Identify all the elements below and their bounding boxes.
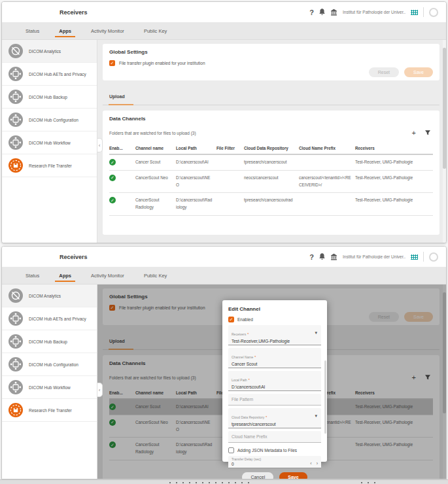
dicom-hub-icon <box>9 380 23 394</box>
scrollbar-thumb[interactable] <box>443 48 446 169</box>
header-actions: ? Institut für Pathologie der Univer... <box>309 7 438 18</box>
dicom-hub-icon <box>9 90 23 104</box>
sidebar-item-dicom-hub-configuration[interactable]: DICOM Hub Configuration <box>2 109 97 131</box>
cloud-name-prefix-field[interactable]: Cloud Name Prefix <box>228 431 321 443</box>
tab-apps[interactable]: Apps <box>59 267 71 284</box>
user-avatar[interactable] <box>429 8 438 17</box>
tab-status[interactable]: Status <box>26 22 39 39</box>
sidebar-item-dicom-hub-configuration[interactable]: DICOM Hub Configuration <box>2 353 97 376</box>
notifications-bell-icon[interactable] <box>319 7 325 18</box>
sidebar-item-research-file-transfer[interactable]: Research File Transfer <box>2 154 97 177</box>
help-icon[interactable]: ? <box>309 9 314 16</box>
dicom-hub-icon <box>9 311 23 326</box>
sidebar-item-dicom-hub-aets[interactable]: DICOM Hub AETs and Privacy <box>2 63 97 86</box>
tab-apps[interactable]: Apps <box>59 22 71 39</box>
cloud-data-repository-select[interactable]: Cloud Data Repository* tpresearch/cancer… <box>228 408 321 428</box>
dialog-title: Edit Channel <box>228 306 321 312</box>
app-header: Receivers ? Institut für Pathologie der … <box>2 247 446 267</box>
json-metadata-checkbox[interactable] <box>228 447 234 453</box>
dicom-hub-icon <box>9 67 23 81</box>
reset-button[interactable]: Reset <box>369 67 399 77</box>
table-row[interactable]: ✓ CancerScout Radiology D:\cancerscout\R… <box>109 193 433 215</box>
sidebar-item-dicom-hub-aets[interactable]: DICOM Hub AETs and Privacy <box>2 307 97 330</box>
chevron-down-icon[interactable]: ▾ <box>315 413 317 419</box>
app-header: Receivers ? Institut für Pathologie der … <box>2 2 446 22</box>
main-tab-bar: Status Apps Activity Monitor Public Key <box>2 267 446 285</box>
dialog-scrollbar[interactable] <box>324 360 326 434</box>
dicom-hub-icon <box>9 357 23 372</box>
stepper-increment-icon[interactable]: › <box>317 461 318 466</box>
taskbar-icons[interactable] <box>167 481 252 484</box>
app-launcher-grid-icon[interactable] <box>411 254 418 260</box>
table-actions: + <box>412 127 431 139</box>
sidebar-item-dicom-analytics[interactable]: DICOM Analytics <box>2 285 97 307</box>
help-icon[interactable]: ? <box>309 253 314 261</box>
global-settings-title: Global Settings <box>109 49 433 55</box>
apps-sidebar: DICOM Analytics DICOM Hub AETs and Priva… <box>2 40 97 243</box>
global-settings-card: Global Settings ✓ File transfer plugin e… <box>103 44 439 80</box>
chevron-down-icon[interactable]: ▾ <box>315 330 317 336</box>
receivers-select[interactable]: Receivers* Test-Receiver,UMG-Pathologie … <box>228 325 321 345</box>
main-tab-bar: Status Apps Activity Monitor Public Key <box>2 22 446 40</box>
local-path-field[interactable]: Local Path* D:\cancerscout\AI <box>228 371 321 391</box>
table-row[interactable]: ✓ Cancer Scout D:\cancerscout\AI tpresea… <box>109 155 433 171</box>
channel-name-field[interactable]: Channel Name* Cancer Scout <box>228 348 321 368</box>
content-area: Global Settings ✓ File transfer plugin e… <box>97 40 446 243</box>
filter-funnel-icon[interactable] <box>424 127 431 139</box>
header-divider <box>423 252 424 262</box>
window-body: DICOM Analytics DICOM Hub AETs and Priva… <box>2 285 446 479</box>
app-launcher-grid-icon[interactable] <box>411 10 418 15</box>
upload-tab-bar: Upload <box>103 85 439 105</box>
window-body: DICOM Analytics DICOM Hub AETs and Priva… <box>2 40 446 243</box>
header-actions: ? Institut für Pathologie der Univer... <box>309 251 438 263</box>
file-pattern-field[interactable]: File Pattern <box>228 394 321 406</box>
cancel-button[interactable]: Cancel <box>242 472 273 479</box>
sidebar-item-dicom-hub-backup[interactable]: DICOM Hub Backup <box>2 86 97 109</box>
global-settings-buttons: Reset Save <box>109 67 433 77</box>
sidebar-collapse-icon[interactable]: ‹ <box>97 383 103 397</box>
sidebar-item-dicom-hub-backup[interactable]: DICOM Hub Backup <box>2 330 97 353</box>
save-button[interactable]: Save <box>279 472 307 479</box>
tab-activity-monitor[interactable]: Activity Monitor <box>91 22 124 39</box>
vertical-scrollbar[interactable] <box>443 40 446 243</box>
tab-status[interactable]: Status <box>26 267 39 284</box>
sidebar-item-dicom-hub-workflow[interactable]: DICOM Hub Workflow <box>2 376 97 399</box>
research-file-transfer-icon <box>9 403 23 417</box>
receivers-window-with-modal: Receivers ? Institut für Pathologie der … <box>1 246 447 479</box>
sidebar-item-dicom-hub-workflow[interactable]: DICOM Hub Workflow <box>2 131 97 154</box>
institution-icon[interactable] <box>330 7 337 18</box>
user-avatar[interactable] <box>429 252 438 262</box>
institution-icon[interactable] <box>330 251 337 263</box>
sidebar-item-research-file-transfer[interactable]: Research File Transfer <box>2 399 97 422</box>
enabled-check-icon: ✓ <box>109 197 116 203</box>
taskbar-sliver[interactable] <box>0 479 448 484</box>
tab-public-key[interactable]: Public Key <box>144 22 167 39</box>
stepper-decrement-icon[interactable]: ‹ <box>310 461 311 466</box>
receivers-window: Receivers ? Institut für Pathologie der … <box>1 1 447 243</box>
dicom-analytics-icon <box>9 288 23 303</box>
enabled-check-icon: ✓ <box>109 175 116 181</box>
table-row[interactable]: ✓ CancerScout Neo D:\cancerscout\NEO neo… <box>109 171 433 193</box>
research-file-transfer-icon <box>9 158 23 173</box>
data-channels-title: Data Channels <box>109 116 433 122</box>
notifications-bell-icon[interactable] <box>319 251 325 263</box>
enabled-check-icon: ✓ <box>109 159 116 165</box>
transfer-delay-stepper[interactable]: Transfer Delay (sec) 0 ‹ › <box>228 456 321 468</box>
save-button[interactable]: Save <box>404 67 433 77</box>
enabled-checkbox[interactable]: ✓ <box>228 317 234 322</box>
tab-public-key[interactable]: Public Key <box>144 267 167 284</box>
tab-activity-monitor[interactable]: Activity Monitor <box>91 267 124 284</box>
table-header-row: Enab... Channel name Local Path File Fil… <box>109 143 433 155</box>
apps-sidebar: DICOM Analytics DICOM Hub AETs and Priva… <box>2 285 97 479</box>
sidebar-collapse-icon[interactable]: ‹ <box>97 138 103 152</box>
header-divider <box>423 7 424 17</box>
sidebar-item-dicom-analytics[interactable]: DICOM Analytics <box>2 40 97 63</box>
tab-upload[interactable]: Upload <box>109 94 125 99</box>
dicom-analytics-icon <box>9 44 23 58</box>
taskbar-tray-icons[interactable] <box>358 481 378 484</box>
watched-folders-subtitle: Folders that are watched for files to up… <box>109 131 196 135</box>
file-transfer-checkbox[interactable]: ✓ <box>109 60 115 66</box>
add-channel-icon[interactable]: + <box>412 130 416 136</box>
page-title: Receivers <box>60 9 88 16</box>
page-title: Receivers <box>60 254 88 260</box>
